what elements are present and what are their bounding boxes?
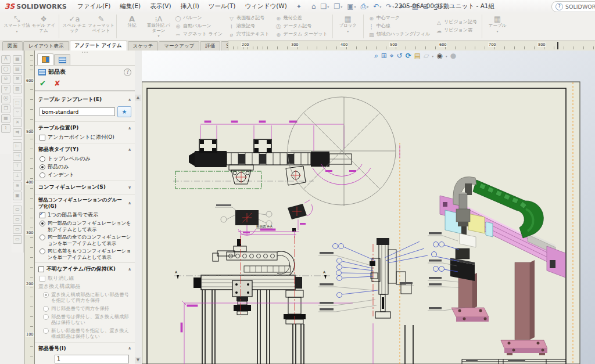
appearance-sphere-icon[interactable]: ● [450, 52, 456, 60]
note-tool-icon[interactable]: A [1, 55, 10, 64]
scroll-down-icon[interactable]: ▼ [135, 357, 141, 363]
bom-type-indented-radio[interactable] [40, 172, 45, 178]
keep-opt1-radio[interactable] [43, 292, 49, 298]
start-input[interactable] [55, 355, 129, 363]
block-button[interactable]: ▦ ブロック [335, 13, 361, 39]
save-button[interactable]: ▣▾ [345, 2, 357, 11]
open-button[interactable]: ❐▾ [332, 2, 344, 11]
panel-tab-configuration[interactable] [54, 54, 70, 65]
stack-icon-4[interactable]: ▭ [13, 235, 22, 244]
balloon-button[interactable]: ◯バルーン [172, 15, 225, 23]
keep-opt2-radio[interactable] [43, 306, 49, 312]
menu-insert[interactable]: 挿入(I) [176, 1, 204, 12]
align-bottom-icon[interactable]: ⊥ [13, 172, 22, 181]
template-input[interactable] [40, 107, 115, 116]
strikeout-checkbox[interactable] [40, 276, 45, 282]
cancel-button[interactable]: ✘ [54, 79, 60, 88]
grouping-opt1-radio[interactable] [40, 221, 45, 226]
auto-balloon-button[interactable]: ⦾自動バルーン [172, 23, 225, 31]
move-tool-icon[interactable]: ⁘ [13, 109, 22, 117]
menu-file[interactable]: ファイル(F) [73, 1, 115, 12]
tab-layout[interactable]: レイアウト表示 [23, 41, 69, 51]
display-style-dropdown-icon[interactable]: ▾ [446, 54, 447, 58]
bom-type-toplevel-radio[interactable] [40, 156, 45, 162]
pin-menu-icon[interactable]: ✦ [292, 3, 306, 10]
hole-table-tool-icon[interactable]: ⊞ [13, 75, 22, 84]
table-tool-icon[interactable]: ▦ [13, 55, 22, 64]
align-tool-icon[interactable]: ⇉ [13, 128, 22, 137]
hole-callout-button[interactable]: ⌀穴寸法テキスト [225, 31, 273, 39]
rotate-view-icon[interactable]: ⟳ [406, 52, 411, 60]
view-orientation-dropdown-icon[interactable]: ▾ [432, 54, 433, 58]
keep-missing-checkbox[interactable] [38, 266, 44, 272]
bom-tool-icon[interactable]: ▤ [13, 65, 22, 74]
align-top-icon[interactable]: ⊤ [13, 162, 22, 171]
single-part-number-checkbox[interactable] [40, 212, 45, 218]
revision-symbol-button[interactable]: △リビジョン記号 [433, 19, 480, 27]
tab-evaluate[interactable]: 評価 [200, 41, 220, 51]
section-table-template[interactable]: テーブル テンプレート(E) [35, 93, 135, 104]
section-item-numbers[interactable]: 部品番号(I) [35, 342, 135, 354]
select-block-tool-icon[interactable]: ⬚ [13, 99, 22, 107]
revision-table-tool-icon[interactable]: ▥ [13, 85, 22, 93]
tab-markup[interactable]: マークアップ [159, 41, 199, 51]
tab-drawing[interactable]: 図面 [2, 41, 23, 51]
align-left-icon[interactable]: ⊢ [13, 142, 22, 151]
view-orientation-cube-icon[interactable]: ▱ [424, 52, 429, 60]
previous-view-icon[interactable]: ↺ [397, 52, 403, 60]
datum-target-button[interactable]: ⊛データム ターゲット [273, 31, 331, 39]
menu-window[interactable]: ウィンドウ(W) [240, 1, 291, 12]
space-evenly-icon[interactable]: ≋ [13, 182, 22, 190]
autoballoon-tool-icon[interactable]: ⦾ [1, 75, 10, 84]
bom-type-partsonly-radio[interactable] [40, 164, 45, 170]
section-configurations[interactable]: コンフィギュレーション(S) [35, 181, 135, 192]
weld-symbol-button[interactable]: ⌇溶接記号 [225, 23, 273, 31]
panel-help-icon[interactable]: ? [124, 69, 131, 76]
note-button[interactable]: A 注記 [119, 13, 145, 39]
copy-tool-icon[interactable]: ❐ [1, 104, 10, 113]
align-right-icon[interactable]: ⊣ [13, 152, 22, 161]
print-button[interactable]: ⎙▾ [359, 2, 371, 11]
scissors-tool-icon[interactable]: ✕ [13, 118, 22, 127]
datum-feature-button[interactable]: Ⓐデータム記号 [273, 23, 331, 31]
menu-view[interactable]: 表示(V) [145, 1, 175, 12]
zoom-icon[interactable]: ⌖ [390, 52, 394, 60]
smart-dimension-button[interactable]: ⤡ スマート寸法 [3, 13, 30, 39]
tab-sketch[interactable]: スケッチ [128, 41, 159, 51]
centerline-button[interactable]: ┆中心線 [365, 23, 433, 31]
spell-check-button[interactable]: ✓a スペル チェック [61, 13, 88, 39]
group-icon[interactable]: ▣ [13, 192, 22, 200]
grouping-opt2-radio[interactable] [40, 235, 45, 240]
attach-anchor-checkbox[interactable] [40, 135, 45, 140]
new-document-button[interactable]: ❏▾ [319, 2, 331, 11]
pattern-tool-icon[interactable]: ▦ [1, 114, 10, 123]
balloon-tool-icon[interactable]: ◯ [1, 65, 10, 74]
weld-tool-icon[interactable]: ⌇ [1, 124, 10, 133]
help-search[interactable]: ? SOLIDWOR [551, 1, 595, 12]
datum-tool-icon[interactable]: Ⓐ [1, 95, 10, 103]
keep-opt4-radio[interactable] [43, 328, 49, 334]
menu-edit[interactable]: 編集(E) [115, 1, 145, 12]
surface-tool-icon[interactable]: ▽ [1, 85, 10, 93]
format-paint-button[interactable]: ✎ フォーマット ペイント [88, 13, 114, 39]
stack-icon-2[interactable]: ▭ [13, 215, 22, 224]
3d-drawing-view-icon[interactable]: ▤ [414, 52, 421, 60]
panel-tab-property[interactable] [37, 53, 53, 65]
zoom-area-icon[interactable]: ⊞ [381, 52, 387, 60]
center-mark-button[interactable]: ⊕中心マーク [365, 15, 433, 23]
menu-tools[interactable]: ツール(T) [204, 1, 241, 12]
section-grouping[interactable]: 部品コンフィギュレーションのグループ化(G) [35, 194, 135, 211]
keep-opt3-radio[interactable] [43, 314, 49, 320]
ok-button[interactable]: ✔ [40, 79, 46, 88]
linear-note-pattern-button[interactable]: ⁝A 直線注記 パターン [145, 13, 172, 39]
stack-icon-1[interactable]: ▭ [13, 206, 22, 214]
tab-annotation[interactable]: アノテート アイテム [70, 41, 127, 51]
area-hatch-button[interactable]: ▨領域のハッチング/フィル [365, 31, 433, 39]
table-button[interactable]: ▦ テーブル [484, 13, 511, 39]
zoom-fit-icon[interactable]: ⌕ [374, 52, 378, 60]
favorite-template-button[interactable]: ★ [117, 106, 131, 117]
geometric-tolerance-button[interactable]: ⊕幾何公差 [273, 15, 331, 23]
model-items-button[interactable]: ❖ モデル アイテム [30, 13, 57, 39]
grouping-opt3-radio[interactable] [40, 248, 45, 254]
graphics-area[interactable]: 断面図 A-A [142, 51, 595, 364]
